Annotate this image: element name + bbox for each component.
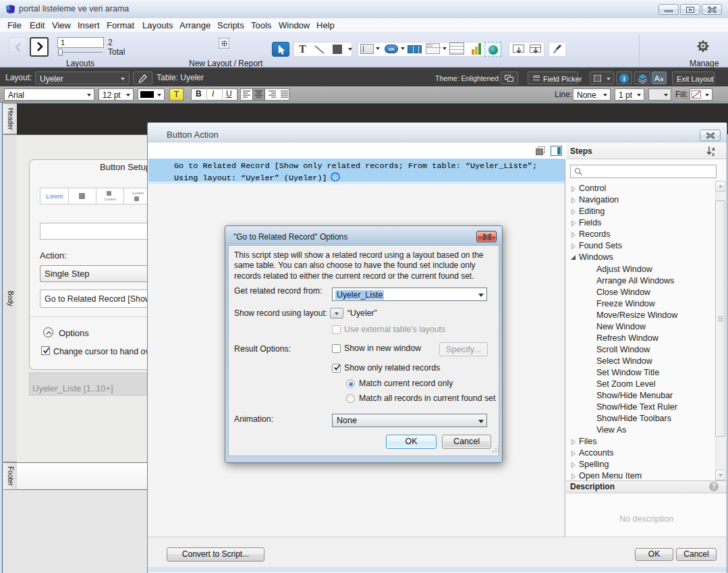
svg-text:z: z [712, 151, 715, 157]
